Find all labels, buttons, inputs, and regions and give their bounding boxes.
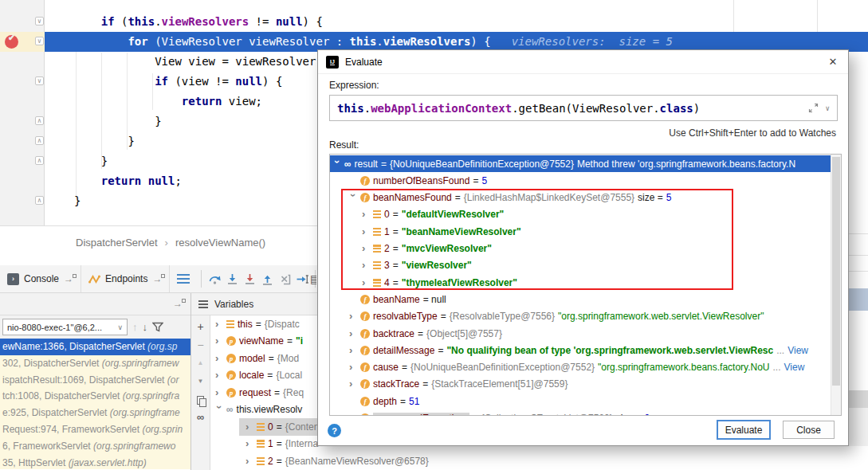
stack-frame-row[interactable]: 35, HttpServlet (javax.servlet.http) xyxy=(0,455,190,469)
fold-marker-icon[interactable] xyxy=(35,37,44,45)
move-down-button[interactable] xyxy=(198,376,204,387)
toolbar-icon-clipped[interactable] xyxy=(310,272,316,285)
chevron-collapsed-icon[interactable] xyxy=(362,245,370,253)
history-chevron-icon[interactable] xyxy=(826,104,830,112)
close-button[interactable]: Close xyxy=(783,421,835,439)
show-watches-icon[interactable] xyxy=(197,412,204,423)
fold-marker-icon[interactable] xyxy=(35,116,44,125)
text-segment: this.viewResolv xyxy=(237,404,303,415)
stack-frame-row[interactable]: 302, DispatcherServlet (org.springframew xyxy=(0,355,190,372)
result-tree-row[interactable]: detailMessage = "No qualifying bean of t… xyxy=(330,342,831,358)
background-window-artifact xyxy=(849,408,868,446)
view-link[interactable]: View xyxy=(784,362,805,373)
chevron-expanded-icon[interactable] xyxy=(349,194,357,202)
chevron-collapsed-icon[interactable] xyxy=(349,347,357,354)
chevron-collapsed-icon[interactable] xyxy=(362,261,370,269)
chevron-collapsed-icon[interactable] xyxy=(362,228,370,236)
chevron-collapsed-icon[interactable] xyxy=(215,320,223,328)
stack-frame-row[interactable]: e:925, DispatcherServlet (org.springfram… xyxy=(0,405,190,421)
chevron-collapsed-icon[interactable] xyxy=(245,423,253,431)
chevron-collapsed-icon[interactable] xyxy=(349,312,357,320)
chevron-collapsed-icon[interactable] xyxy=(245,457,253,465)
text-segment: {Collections$EmptyList@7560} xyxy=(481,413,613,416)
result-tree-row[interactable]: 4 = "thymeleafViewResolver" xyxy=(330,274,831,291)
remove-watch-button[interactable] xyxy=(197,339,203,351)
filter-funnel-icon[interactable] xyxy=(152,322,163,332)
breadcrumb-method[interactable]: resolveViewName() xyxy=(175,237,265,249)
chevron-collapsed-icon[interactable] xyxy=(245,440,253,448)
expand-editor-icon[interactable] xyxy=(808,103,819,113)
fold-marker-icon[interactable] xyxy=(35,136,44,145)
result-tree-row[interactable]: beanNamesFound = {LinkedHashMap$LinkedKe… xyxy=(330,190,831,206)
result-tree-row[interactable]: backtrace = {Object[5]@7557} xyxy=(330,325,831,342)
drop-frame-button[interactable] xyxy=(276,271,293,287)
view-link[interactable]: View xyxy=(787,345,808,356)
fold-marker-icon[interactable] xyxy=(35,196,44,205)
chevron-collapsed-icon[interactable] xyxy=(362,279,370,287)
code-token: (ViewResolver viewResolver : xyxy=(148,35,350,48)
chevron-collapsed-icon[interactable] xyxy=(349,363,357,371)
dialog-titlebar[interactable]: Evaluate xyxy=(318,50,848,74)
fold-marker-icon[interactable] xyxy=(35,17,44,25)
result-tree-row[interactable]: 0 = "defaultViewResolver" xyxy=(330,206,831,223)
text-segment: {BeanNameViewResolver@6578} xyxy=(285,456,429,467)
result-tree-row[interactable]: cause = {NoUniqueBeanDefinitionException… xyxy=(330,359,831,376)
chevron-expanded-icon[interactable] xyxy=(215,405,223,413)
stack-frame-row[interactable]: tch:1008, DispatcherServlet (org.springf… xyxy=(0,388,190,405)
result-tree-row[interactable]: beanName = null xyxy=(330,291,831,307)
panel-menu-icon[interactable] xyxy=(198,300,208,308)
expression-input[interactable]: this.webApplicationContext.getBean(ViewR… xyxy=(329,95,838,121)
stack-frame-row[interactable]: ewName:1366, DispatcherServlet (org.sp xyxy=(0,339,190,355)
move-up-button[interactable] xyxy=(198,358,204,369)
text-segment: "org.springframework.beans.factory.NoU xyxy=(598,362,769,373)
tab-console[interactable]: Console xyxy=(0,265,81,292)
result-tree-row[interactable]: 2 = "mvcViewResolver" xyxy=(330,241,831,257)
force-step-into-button[interactable] xyxy=(241,271,258,287)
next-frame-icon[interactable] xyxy=(143,321,148,333)
help-button[interactable] xyxy=(328,424,341,437)
step-over-button[interactable] xyxy=(206,271,223,287)
result-tree-row[interactable]: 3 = "viewResolver" xyxy=(330,257,831,274)
chevron-expanded-icon[interactable] xyxy=(333,160,341,168)
result-tree-row[interactable]: numberOfBeansFound = 5 xyxy=(330,172,831,189)
chevron-collapsed-icon[interactable] xyxy=(349,380,357,388)
add-watch-button[interactable] xyxy=(197,321,203,332)
step-out-button[interactable] xyxy=(258,271,276,287)
stack-frame-row[interactable]: Request:974, FrameworkServlet (org.sprin xyxy=(0,421,190,438)
pin-icon[interactable] xyxy=(173,298,183,309)
evaluate-dialog: Evaluate Expression: this.webApplication… xyxy=(317,49,849,446)
breakpoint-icon[interactable] xyxy=(5,35,18,49)
background-window-artifact xyxy=(849,390,868,408)
chevron-collapsed-icon[interactable] xyxy=(349,330,357,338)
fold-marker-icon[interactable] xyxy=(35,156,44,165)
evaluate-button[interactable]: Evaluate xyxy=(717,421,770,439)
result-tree-row[interactable]: 1 = "beanNameViewResolver" xyxy=(330,223,831,240)
chevron-collapsed-icon[interactable] xyxy=(215,389,223,397)
chevron-collapsed-icon[interactable] xyxy=(362,210,370,218)
text-segment: this xyxy=(238,319,253,330)
result-tree-row[interactable]: stackTrace = {StackTraceElement[51]@7559… xyxy=(330,376,831,393)
result-tree-row[interactable]: depth = 51 xyxy=(330,393,831,409)
scrollbar-thumb[interactable] xyxy=(832,157,840,386)
stack-frame-row[interactable]: 6, FrameworkServlet (org.springframewo xyxy=(0,438,190,455)
tab-endpoints[interactable]: Endpoints xyxy=(81,265,170,292)
scrollbar[interactable] xyxy=(831,155,841,415)
run-to-cursor-button[interactable] xyxy=(293,271,311,287)
chevron-collapsed-icon[interactable] xyxy=(215,354,223,362)
previous-frame-icon[interactable] xyxy=(132,321,138,333)
step-into-button[interactable] xyxy=(223,271,241,287)
result-tree-row[interactable]: result = {NoUniqueBeanDefinitionExceptio… xyxy=(330,155,831,172)
breadcrumb-class[interactable]: DispatcherServlet xyxy=(76,237,158,249)
chevron-collapsed-icon[interactable] xyxy=(215,371,223,379)
result-tree-row[interactable]: suppressedExceptions = {Collections$Empt… xyxy=(330,410,831,417)
thread-dropdown[interactable]: nio-8080-exec-1"@6,2... xyxy=(2,319,128,335)
layout-options-icon[interactable] xyxy=(177,274,190,284)
duplicate-watch-button[interactable] xyxy=(197,396,204,405)
editor-gutter[interactable] xyxy=(0,0,45,225)
result-tree-row[interactable]: resolvableType = {ResolvableType@7556} "… xyxy=(330,308,831,325)
variable-row[interactable]: 2 = {BeanNameViewResolver@6578} xyxy=(210,452,868,470)
close-icon[interactable] xyxy=(826,56,840,68)
fold-marker-icon[interactable] xyxy=(35,76,44,85)
stack-frame-row[interactable]: ispatchResult:1069, DispatcherServlet (o… xyxy=(0,372,190,389)
chevron-collapsed-icon[interactable] xyxy=(215,337,223,345)
